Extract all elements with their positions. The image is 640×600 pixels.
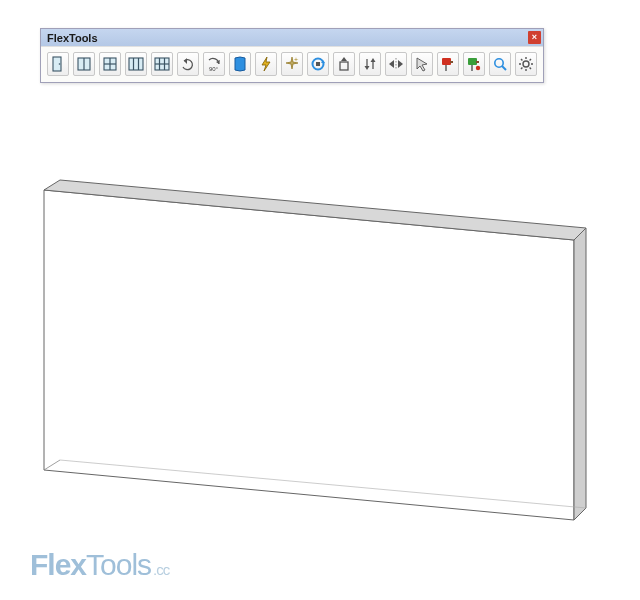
svg-marker-33 [417, 58, 427, 71]
svg-line-51 [530, 59, 531, 60]
settings-button[interactable] [515, 52, 537, 76]
pointer-button[interactable] [411, 52, 433, 76]
svg-line-50 [521, 68, 522, 69]
flextools-watermark: FlexTools.cc [30, 548, 169, 582]
door-single-icon [49, 55, 67, 73]
sparkle-icon [283, 55, 301, 73]
window-single-button[interactable] [73, 52, 95, 76]
svg-marker-31 [398, 60, 403, 68]
svg-line-48 [521, 59, 522, 60]
toolbar-titlebar[interactable]: FlexTools × [41, 29, 543, 46]
paint-button[interactable] [437, 52, 459, 76]
pointer-icon [413, 55, 431, 73]
svg-rect-37 [468, 58, 477, 65]
grid-wall-icon [153, 55, 171, 73]
reload-hole-button[interactable] [307, 52, 329, 76]
search-button[interactable] [489, 52, 511, 76]
wall-cut-button[interactable] [229, 52, 251, 76]
svg-rect-34 [442, 58, 451, 65]
svg-marker-29 [371, 58, 376, 62]
lightning-button[interactable] [255, 52, 277, 76]
svg-line-4 [60, 460, 586, 508]
flextools-toolbar: FlexTools × [40, 28, 544, 83]
window-single-icon [75, 55, 93, 73]
svg-point-43 [523, 61, 529, 67]
mirror-button[interactable] [385, 52, 407, 76]
svg-text:90°: 90° [209, 66, 219, 72]
svg-line-49 [530, 68, 531, 69]
svg-marker-22 [262, 57, 270, 71]
svg-line-42 [502, 66, 506, 70]
svg-rect-35 [450, 61, 453, 63]
window-double-icon [101, 55, 119, 73]
swap-arrows-icon [361, 55, 379, 73]
svg-marker-1 [44, 180, 586, 240]
undo-button[interactable] [177, 52, 199, 76]
toolbar-title: FlexTools [47, 32, 98, 44]
mirror-icon [387, 55, 405, 73]
sparkle-button[interactable] [281, 52, 303, 76]
toolbar-body: 90° [41, 46, 543, 82]
gear-icon [517, 55, 535, 73]
close-button[interactable]: × [528, 31, 541, 44]
svg-rect-26 [340, 62, 348, 70]
extrude-icon [335, 55, 353, 73]
paint-alt-icon [465, 55, 483, 73]
svg-point-6 [59, 63, 61, 65]
window-multi-button[interactable] [125, 52, 147, 76]
paint-alt-button[interactable] [463, 52, 485, 76]
svg-rect-12 [129, 58, 143, 70]
window-multi-icon [127, 55, 145, 73]
logo-suffix: .cc [153, 561, 169, 578]
svg-rect-38 [476, 61, 479, 63]
reload-hole-icon [309, 55, 327, 73]
window-double-button[interactable] [99, 52, 121, 76]
search-icon [491, 55, 509, 73]
rotate-90-button[interactable]: 90° [203, 52, 225, 76]
door-single-button[interactable] [47, 52, 69, 76]
logo-rest: Tools [86, 548, 151, 581]
svg-point-41 [495, 59, 503, 67]
extrude-button[interactable] [333, 52, 355, 76]
swap-arrows-button[interactable] [359, 52, 381, 76]
svg-point-40 [476, 66, 480, 70]
logo-bold: Flex [30, 548, 86, 581]
rotate-90-icon: 90° [205, 55, 223, 73]
svg-rect-25 [316, 62, 320, 66]
grid-wall-button[interactable] [151, 52, 173, 76]
lightning-icon [257, 55, 275, 73]
svg-marker-0 [44, 190, 574, 520]
svg-marker-2 [574, 228, 586, 520]
svg-marker-28 [365, 66, 370, 70]
svg-marker-27 [341, 57, 347, 61]
svg-marker-19 [184, 58, 187, 64]
wall-cut-icon [231, 55, 249, 73]
svg-line-3 [44, 460, 60, 470]
svg-marker-30 [389, 60, 394, 68]
paint-icon [439, 55, 457, 73]
undo-icon [179, 55, 197, 73]
viewport-3d-slab [0, 0, 640, 600]
